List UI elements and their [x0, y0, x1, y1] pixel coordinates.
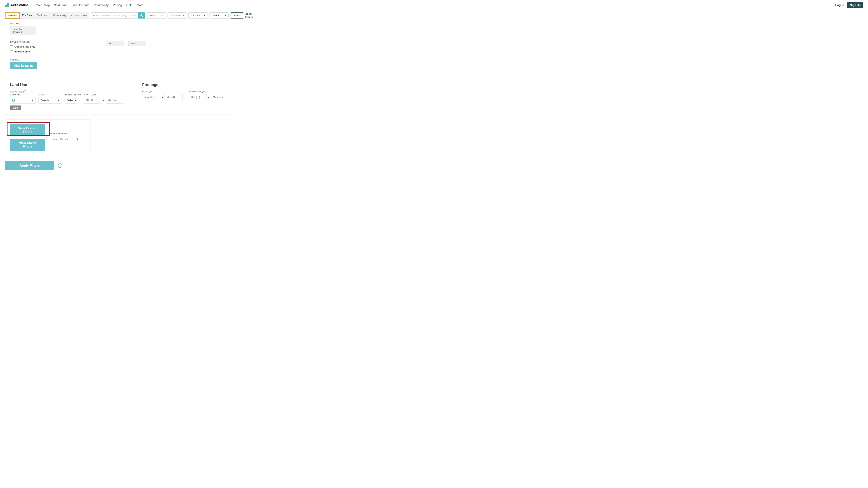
preset-col: FILTER PRESETS Select Preset... ▼: [50, 132, 81, 142]
road-min-input[interactable]: [142, 94, 160, 100]
dash-separator: -: [103, 99, 104, 102]
road-max-input[interactable]: [164, 94, 183, 100]
county-dropdown-label: Christian: [169, 14, 180, 17]
road-col: ROAD (FT.) -: [142, 91, 183, 100]
min-pct-input[interactable]: [84, 97, 101, 103]
road-label: ROAD (FT.): [142, 91, 183, 93]
info-icon[interactable]: i: [58, 163, 62, 168]
interstate-min-input[interactable]: [189, 94, 207, 100]
dash-separator: -: [208, 96, 209, 99]
nav-community[interactable]: Community: [94, 3, 109, 7]
years-select-label: Select: [67, 99, 74, 102]
crop-select[interactable]: Search ▼: [38, 97, 62, 103]
land-use-label: LAND USE: [10, 94, 36, 96]
nav-more[interactable]: More: [137, 3, 144, 7]
caret-down-icon: ▼: [225, 14, 226, 17]
minmax-row: -: [106, 41, 146, 46]
owner-dropdown[interactable]: Owner▼: [209, 12, 229, 19]
search-input[interactable]: [91, 12, 138, 19]
clear-filters-link[interactable]: Clear Filters: [245, 12, 253, 19]
state-dropdown[interactable]: Illinois▼: [147, 12, 166, 19]
nav-land-for-sale[interactable]: Land for Sale: [72, 3, 89, 7]
township-select[interactable]: Select a Township ▾: [10, 26, 36, 35]
max-pct-input[interactable]: [105, 97, 123, 103]
view-saved-filters-button[interactable]: View Saved Filters: [10, 139, 45, 151]
clear-line2: Filters: [245, 15, 253, 19]
in-state-row: In-State only: [10, 50, 153, 53]
county-dropdown[interactable]: Christian▼: [167, 12, 187, 19]
nav-pricing[interactable]: Pricing: [113, 3, 122, 7]
tab-community[interactable]: Community: [51, 12, 69, 19]
search-wrap: [91, 12, 145, 19]
caret-down-icon: ▼: [31, 99, 34, 102]
in-state-label: In-State only: [14, 50, 30, 53]
filter-bar: Parcels For Sale Sold Land Community Cus…: [0, 10, 868, 21]
owner-presence-text: OWNER PRESENCE: [10, 41, 30, 43]
tab-custom[interactable]: Custom - Edit: [69, 12, 89, 19]
land-use-title: Land Use: [10, 83, 134, 87]
top-nav: AcreValue Parcel Map Sold Land Land for …: [0, 0, 868, 10]
use-acres-label: USE ACRES: [10, 91, 22, 93]
in-state-checkbox[interactable]: [10, 50, 13, 53]
nav-sold-land[interactable]: Sold Land: [54, 3, 67, 7]
parcel-dropdown-label: Parcel #: [191, 14, 200, 17]
tab-group: Parcels For Sale Sold Land Community Cus…: [5, 12, 89, 19]
search-button[interactable]: [138, 12, 145, 19]
out-of-state-checkbox[interactable]: [10, 45, 13, 48]
radius-label: RADIUS i: [10, 59, 153, 61]
caret-down-icon: ▼: [57, 99, 60, 102]
caret-down-icon: ▼: [162, 14, 164, 17]
search-icon: [140, 14, 143, 17]
login-link[interactable]: Log In: [835, 3, 844, 7]
nav-parcel-map[interactable]: Parcel Map: [35, 3, 50, 7]
less-button[interactable]: Less: [230, 12, 244, 19]
filter-by-radius-button[interactable]: Filter by radius: [10, 62, 37, 69]
min-input[interactable]: [106, 41, 124, 46]
land-use-select[interactable]: 2 ▼: [10, 97, 36, 103]
use-acres-row: USE ACRES: [10, 91, 134, 93]
parcel-dropdown[interactable]: Parcel #▼: [188, 12, 208, 19]
land-use-grid: LAND USE 2 ▼ CROP Search ▼ YEARS GROWN: [10, 94, 134, 103]
tab-sold-land[interactable]: Sold Land: [34, 12, 51, 19]
apply-filters-button[interactable]: Apply Filters: [5, 161, 54, 170]
tab-for-sale[interactable]: For Sale: [20, 12, 34, 19]
clear-line1: Clear: [245, 12, 253, 15]
save-buttons-col: Save Current Filters View Saved Filters: [10, 124, 45, 151]
caret-down-icon: ▼: [183, 14, 185, 17]
interstate-label: INTERSTATE (FT.): [189, 91, 229, 93]
crop-select-label: Search: [41, 99, 49, 102]
land-use-section: Land Use USE ACRES LAND USE 2 ▼ CROP Sea…: [10, 83, 134, 110]
max-input[interactable]: [128, 41, 146, 46]
section-block: SECTION Select a Township ▾: [10, 23, 153, 35]
state-dropdown-label: Illinois: [149, 14, 156, 17]
apply-row: Apply Filters i: [5, 161, 863, 170]
land-use-badge: 2: [12, 99, 15, 102]
years-select[interactable]: Select ▼: [65, 97, 77, 103]
add-button[interactable]: Add: [10, 105, 21, 110]
logo-mark-icon: [5, 3, 9, 7]
township-select-label: Select a Township: [12, 28, 33, 34]
caret-down-icon: ▼: [204, 14, 206, 17]
nav-help[interactable]: Help: [126, 3, 132, 7]
dash-separator: -: [126, 42, 127, 45]
preset-select[interactable]: Select Preset... ▼: [50, 136, 81, 142]
tab-parcels[interactable]: Parcels: [5, 12, 20, 19]
crop-col: CROP Search ▼: [38, 94, 62, 103]
preset-select-label: Select Preset...: [53, 138, 70, 140]
pct-col: % OF FIELD -: [84, 94, 123, 103]
years-label: YEARS GROWN: [65, 94, 81, 96]
use-acres-checkbox[interactable]: [24, 91, 26, 93]
info-icon[interactable]: i: [19, 59, 21, 61]
interstate-max-input[interactable]: [211, 94, 229, 100]
tab-custom-edit[interactable]: Edit: [83, 14, 87, 17]
section-label: SECTION: [10, 23, 153, 25]
info-icon[interactable]: i: [31, 41, 33, 43]
signup-button[interactable]: Sign Up: [847, 2, 863, 8]
preset-label: FILTER PRESETS: [50, 132, 81, 135]
land-use-col: LAND USE 2 ▼: [10, 94, 36, 103]
save-filters-panel: Save Current Filters View Saved Filters …: [5, 120, 91, 155]
interstate-col: INTERSTATE (FT.) -: [189, 91, 229, 100]
frontage-section: Frontage ROAD (FT.) - INTERSTATE (FT.) -: [142, 83, 229, 110]
save-current-filters-button[interactable]: Save Current Filters: [10, 124, 45, 136]
logo[interactable]: AcreValue: [5, 3, 28, 7]
